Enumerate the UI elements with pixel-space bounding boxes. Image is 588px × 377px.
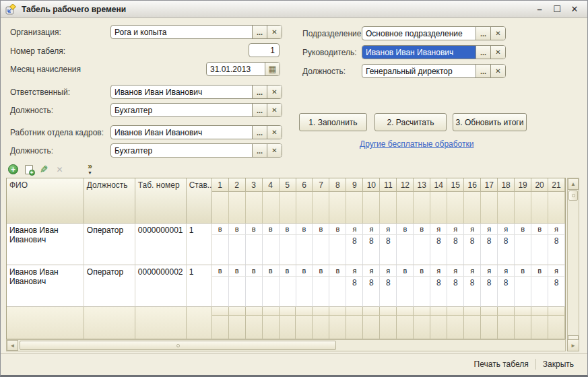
day-hours-cell[interactable]: 8 [498,277,515,307]
day-cell[interactable]: в [313,265,329,307]
day-cell[interactable]: я8 [380,224,397,265]
day-hours-cell[interactable]: 8 [430,277,447,307]
day-cell[interactable]: в [280,224,296,265]
department-select-icon[interactable]: ... [476,27,490,40]
day-cell[interactable]: я8 [346,224,363,265]
day-hours-cell[interactable]: 8 [464,277,481,307]
day-hours-cell[interactable] [212,235,229,265]
day-code-cell[interactable]: в [246,265,263,277]
day-hours-cell[interactable]: 8 [363,235,380,265]
day-code-cell[interactable]: в [397,265,414,277]
day-cell[interactable]: в [397,224,414,265]
day-cell[interactable]: я8 [447,265,464,307]
day-hours-cell[interactable] [329,235,346,265]
day-cell[interactable]: я8 [498,265,515,307]
day-hours-cell[interactable] [229,235,246,265]
day-hours-cell[interactable]: 8 [346,277,363,307]
day-cell[interactable]: я8 [430,224,447,265]
minimize-icon[interactable]: – [535,4,544,14]
responsible-value[interactable]: Иванов Иван Иванович [111,85,252,98]
day-code-cell[interactable]: в [531,224,548,235]
hr-position-clear-icon[interactable]: ✕ [267,144,282,157]
day-code-cell[interactable]: в [531,265,548,277]
day-hours-cell[interactable]: 8 [548,235,565,265]
responsible-clear-icon[interactable]: ✕ [267,85,282,98]
title-bar[interactable]: Табель рабочего времени – ☐ ✕ [1,1,587,18]
day-code-cell[interactable]: в [397,224,414,235]
manager-field[interactable]: Иванов Иван Иванович ... ✕ [362,45,506,59]
maximize-icon[interactable]: ☐ [552,4,562,14]
day-code-cell[interactable]: я [498,224,515,235]
more-actions-icon[interactable]: »▼ [84,164,96,175]
day-code-cell[interactable]: в [263,224,280,235]
day-cell[interactable]: я8 [498,224,515,265]
day-code-cell[interactable]: в [313,224,329,235]
day-hours-cell[interactable] [531,277,548,307]
day-cell[interactable]: в [212,224,229,265]
manager-select-icon[interactable]: ... [476,46,490,59]
update-totals-button[interactable]: 3. Обновить итоги [453,113,527,131]
day-code-cell[interactable]: в [296,224,313,235]
accrual-month-field[interactable]: 31.01.2013 ▦ [206,62,280,76]
sheet-number-value[interactable]: 1 [249,44,279,57]
day-hours-cell[interactable]: 8 [380,235,397,265]
day-code-cell[interactable]: я [430,224,447,235]
day-hours-cell[interactable]: 8 [464,235,481,265]
day-cell[interactable]: в [229,265,246,307]
copy-row-icon[interactable]: + [23,164,34,175]
cell-rate[interactable]: 1 [187,224,212,265]
day-hours-cell[interactable] [515,277,531,307]
day-hours-cell[interactable]: 8 [548,277,565,307]
day-hours-cell[interactable]: 8 [430,235,447,265]
add-row-icon[interactable]: + [7,164,19,175]
day-code-cell[interactable]: в [329,265,346,277]
responsible-position-value[interactable]: Бухгалтер [111,104,252,116]
free-tools-link[interactable]: Другие бесплатные обработки [360,139,473,149]
responsible-position-clear-icon[interactable]: ✕ [267,104,282,116]
day-cell[interactable]: в [313,224,329,265]
scroll-up-icon[interactable]: ▲ [568,178,579,190]
day-hours-cell[interactable]: 8 [447,277,464,307]
vertical-scroll-thumb[interactable] [568,191,578,201]
responsible-position-field[interactable]: Бухгалтер ... ✕ [110,103,282,117]
hr-position-field[interactable]: Бухгалтер ... ✕ [110,143,282,158]
day-cell[interactable]: в [531,224,548,265]
day-cell[interactable]: я8 [548,265,565,307]
manager-clear-icon[interactable]: ✕ [490,46,505,59]
hr-worker-value[interactable]: Иванов Иван Иванович [111,126,252,139]
day-cell[interactable]: я8 [481,265,498,307]
day-code-cell[interactable]: я [380,265,397,277]
day-hours-cell[interactable] [263,235,280,265]
cell-tab-number[interactable]: 0000000002 [135,265,187,307]
day-code-cell[interactable]: я [447,265,464,277]
day-code-cell[interactable]: в [229,224,246,235]
horizontal-scroll-thumb[interactable] [20,341,336,350]
department-clear-icon[interactable]: ✕ [490,27,505,40]
day-code-cell[interactable]: в [414,265,430,277]
scroll-left-icon[interactable]: ◄ [7,340,18,351]
manager-position-field[interactable]: Генеральный директор ... ✕ [362,64,506,78]
day-code-cell[interactable]: в [414,224,430,235]
day-hours-cell[interactable] [313,235,329,265]
day-code-cell[interactable]: я [548,265,565,277]
manager-value[interactable]: Иванов Иван Иванович [362,46,476,59]
day-hours-cell[interactable] [229,277,246,307]
delete-row-icon[interactable]: ✕ [54,164,65,175]
day-hours-cell[interactable]: 8 [481,277,498,307]
day-code-cell[interactable]: в [229,265,246,277]
day-cell[interactable]: я8 [447,224,464,265]
day-cell[interactable]: в [515,265,531,307]
day-hours-cell[interactable]: 8 [380,277,397,307]
day-hours-cell[interactable]: 8 [363,277,380,307]
day-hours-cell[interactable]: 8 [498,235,515,265]
day-hours-cell[interactable] [212,277,229,307]
day-code-cell[interactable]: я [363,224,380,235]
day-cell[interactable]: в [296,224,313,265]
day-cell[interactable]: в [414,224,430,265]
responsible-select-icon[interactable]: ... [252,85,267,98]
organization-value[interactable]: Рога и копыта [111,26,252,38]
close-form-button[interactable]: Закрыть [536,358,581,370]
day-cell[interactable]: я8 [380,265,397,307]
day-hours-cell[interactable] [280,277,296,307]
cell-tab-number[interactable]: 0000000001 [135,224,187,265]
